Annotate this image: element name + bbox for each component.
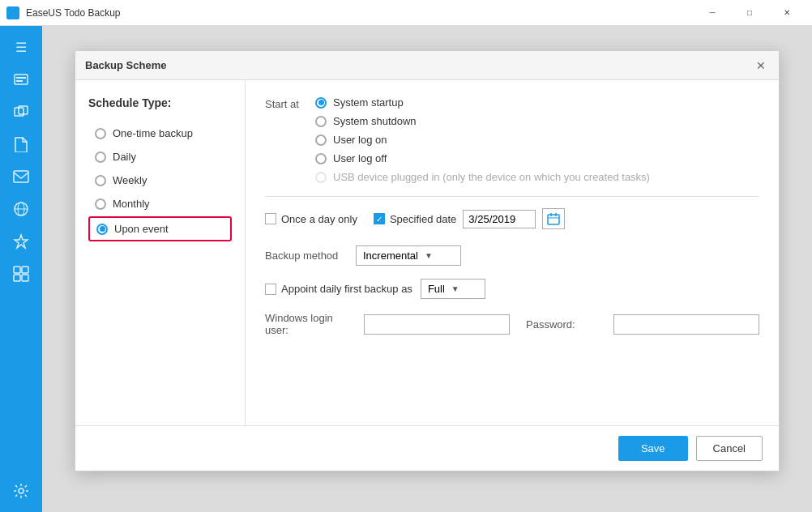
minimize-button[interactable]: ─ [694,0,731,26]
calendar-picker-button[interactable] [542,208,565,229]
appoint-row: Appoint daily first backup as Full ▼ [265,279,759,299]
radio-daily-label: Daily [113,151,136,163]
specified-date-checkbox[interactable]: ✓ Specified date [374,213,456,225]
sidebar-mail-icon[interactable] [6,162,36,191]
backup-method-arrow: ▼ [425,251,433,260]
radio-system-shutdown-input[interactable] [315,116,327,127]
start-at-row: Start at System startup Sy [265,96,759,183]
specified-date-label: Specified date [390,213,456,225]
backup-method-row: Backup method Incremental ▼ [265,245,759,266]
radio-weekly[interactable]: Weekly [88,169,232,191]
date-input[interactable] [463,210,536,228]
login-user-label: Windows login user: [265,312,357,336]
appoint-checkbox[interactable]: Appoint daily first backup as [265,283,412,295]
svg-rect-10 [14,267,20,273]
login-user-input[interactable] [364,314,510,335]
dialog-body: Schedule Type: One-time backup Daily [75,80,779,425]
svg-rect-11 [22,267,28,273]
dialog-close-button[interactable]: ✕ [753,58,769,74]
radio-upon-event-label: Upon event [114,223,169,235]
once-a-day-label: Once a day only [281,213,357,225]
sidebar-menu-icon[interactable]: ☰ [6,32,36,62]
svg-rect-0 [15,75,28,84]
radio-system-startup-input[interactable] [315,97,327,109]
radio-user-log-off-input[interactable] [315,153,327,164]
sidebar-settings-icon[interactable] [6,476,36,506]
app-icon [6,6,19,19]
once-a-day-box[interactable] [265,213,276,224]
sidebar-file-icon[interactable] [6,130,36,159]
radio-system-shutdown[interactable]: System shutdown [315,115,650,127]
sidebar-clone-icon[interactable] [6,97,36,126]
modal-overlay: Backup Scheme ✕ Schedule Type: One-time … [42,26,812,512]
radio-monthly-input[interactable] [95,198,106,210]
specified-date-box[interactable]: ✓ [374,213,385,224]
radio-user-log-on-input[interactable] [315,134,327,146]
radio-weekly-label: Weekly [113,174,147,186]
radio-upon-event-input[interactable] [96,224,108,235]
svg-rect-1 [16,77,26,79]
password-group: Password: [526,314,759,335]
radio-upon-event[interactable]: Upon event [88,216,232,241]
radio-user-log-off[interactable]: User log off [315,152,650,164]
main-area: Backup Scheme ✕ Schedule Type: One-time … [42,26,812,512]
maximize-button[interactable]: □ [731,0,768,26]
svg-point-14 [19,489,24,493]
radio-usb-device-label: USB device plugged in (only the device o… [333,171,650,183]
appoint-value-dropdown[interactable]: Full ▼ [421,279,485,299]
once-day-row: Once a day only ✓ Specified date [265,208,759,229]
sidebar-network-icon[interactable] [6,194,36,224]
radio-daily-input[interactable] [95,151,106,163]
close-window-button[interactable]: ✕ [768,0,806,26]
radio-usb-device-input[interactable] [315,172,327,183]
radio-weekly-input[interactable] [95,175,106,186]
separator [265,196,759,197]
cancel-button[interactable]: Cancel [696,436,763,461]
specified-date-row: ✓ Specified date [374,208,565,229]
event-radio-group: System startup System shutdown [315,96,650,183]
radio-daily[interactable]: Daily [88,146,232,168]
start-at-label: Start at [265,96,306,110]
app-title: EaseUS Todo Backup [26,7,694,19]
radio-user-log-on[interactable]: User log on [315,134,650,146]
once-a-day-checkbox[interactable]: Once a day only [265,213,357,225]
password-label: Password: [526,318,607,331]
schedule-type-panel: Schedule Type: One-time backup Daily [75,80,246,425]
window-controls: ─ □ ✕ [694,0,806,26]
radio-monthly-label: Monthly [113,198,150,210]
svg-rect-15 [548,215,559,224]
radio-one-time-input[interactable] [95,128,106,139]
backup-method-value: Incremental [363,250,418,262]
radio-system-shutdown-label: System shutdown [333,115,417,127]
appoint-box[interactable] [265,284,276,295]
svg-rect-5 [14,171,28,182]
dialog-title: Backup Scheme [85,59,166,71]
dialog-titlebar: Backup Scheme ✕ [75,51,779,80]
sidebar-clone2-icon[interactable] [6,259,36,288]
appoint-label: Appoint daily first backup as [281,283,412,295]
radio-one-time[interactable]: One-time backup [88,122,232,144]
radio-monthly[interactable]: Monthly [88,193,232,215]
svg-marker-9 [15,235,28,248]
backup-method-label: Backup method [265,250,346,262]
login-row: Windows login user: Password: [265,312,759,336]
radio-system-startup[interactable]: System startup [315,96,650,109]
event-settings-panel: Start at System startup Sy [246,80,779,425]
save-button[interactable]: Save [618,436,688,461]
sidebar-backup-icon[interactable] [6,65,36,94]
password-input[interactable] [613,314,759,335]
sidebar-tool-icon[interactable] [6,227,36,256]
radio-usb-device[interactable]: USB device plugged in (only the device o… [315,171,650,183]
sidebar: ☰ [0,26,42,512]
backup-method-dropdown[interactable]: Incremental ▼ [356,245,461,266]
schedule-type-heading: Schedule Type: [88,96,232,109]
dialog-footer: Save Cancel [75,425,779,471]
svg-rect-12 [14,275,20,281]
svg-rect-2 [16,80,23,82]
backup-scheme-dialog: Backup Scheme ✕ Schedule Type: One-time … [75,50,780,471]
radio-user-log-off-label: User log off [333,152,387,164]
title-bar: EaseUS Todo Backup ─ □ ✕ [0,0,812,26]
radio-user-log-on-label: User log on [333,134,387,146]
radio-system-startup-label: System startup [333,96,404,109]
login-user-group: Windows login user: [265,312,510,336]
